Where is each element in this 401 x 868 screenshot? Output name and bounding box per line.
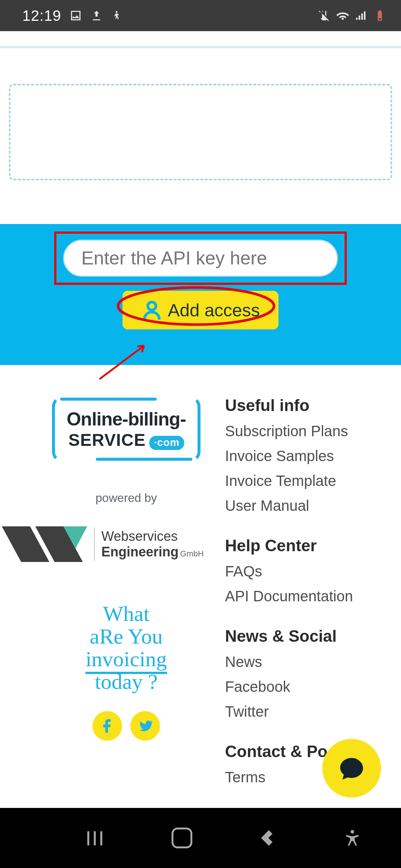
status-left: 12:19 — [22, 7, 122, 24]
running-icon — [111, 10, 122, 21]
system-nav-bar: III — [0, 808, 401, 868]
footer-right: Useful info Subscription Plans Invoice S… — [225, 396, 383, 786]
add-access-label: Add access — [168, 300, 260, 320]
link-invoice-template[interactable]: Invoice Template — [225, 473, 383, 489]
footer: Online-billing- SERVICE ·com powered by … — [0, 365, 401, 786]
status-right — [318, 9, 386, 22]
add-access-button[interactable]: Add access — [123, 291, 278, 329]
link-api-docs[interactable]: API Documentation — [225, 588, 383, 605]
tagline: What aRe You invoicing today ? — [85, 603, 167, 693]
divider — [94, 527, 95, 561]
link-subscription-plans[interactable]: Subscription Plans — [225, 423, 383, 440]
chat-fab[interactable] — [322, 739, 381, 798]
battery-low-icon — [374, 9, 386, 22]
page-content: Add access Online-billing- SERVICE ·com … — [0, 46, 401, 786]
image-icon — [69, 9, 82, 22]
footer-left: Online-billing- SERVICE ·com powered by … — [41, 396, 212, 786]
svg-point-0 — [116, 11, 118, 13]
nav-accessibility-button[interactable] — [343, 829, 362, 847]
social-links — [92, 711, 160, 741]
news-social-heading: News & Social — [225, 627, 383, 645]
link-invoice-samples[interactable]: Invoice Samples — [225, 448, 383, 464]
upload-icon — [90, 9, 103, 22]
add-access-wrap: Add access — [123, 291, 278, 329]
signal-icon — [355, 9, 368, 22]
api-input-highlight — [54, 231, 347, 285]
divider — [0, 46, 401, 48]
twitter-button[interactable] — [130, 711, 160, 741]
nav-back-button[interactable] — [259, 829, 277, 847]
we-mark-icon — [2, 526, 87, 562]
link-twitter[interactable]: Twitter — [225, 703, 383, 720]
chevron-left-icon — [259, 829, 277, 847]
link-facebook[interactable]: Facebook — [225, 678, 383, 695]
webservices-logo[interactable]: Webservices EngineeringGmbH — [2, 526, 210, 562]
powered-by-label: powered by — [95, 491, 157, 505]
api-access-panel: Add access — [0, 224, 401, 365]
help-center-heading: Help Center — [225, 536, 383, 555]
status-time: 12:19 — [22, 7, 61, 24]
accessibility-icon — [343, 829, 362, 847]
chat-icon — [338, 754, 365, 782]
link-user-manual[interactable]: User Manual — [225, 497, 383, 514]
we-text: Webservices EngineeringGmbH — [101, 529, 204, 560]
svg-point-1 — [148, 302, 156, 310]
svg-point-7 — [351, 830, 354, 834]
logo-text-2: SERVICE ·com — [68, 430, 184, 450]
wifi-icon — [336, 9, 349, 22]
api-key-input[interactable] — [63, 240, 338, 277]
facebook-icon — [99, 718, 115, 734]
logo-text-1: Online-billing- — [66, 408, 186, 430]
nav-home-button[interactable] — [172, 828, 192, 848]
user-icon — [141, 299, 163, 321]
link-faqs[interactable]: FAQs — [225, 563, 383, 580]
vibrate-icon — [318, 9, 330, 22]
link-news[interactable]: News — [225, 654, 383, 670]
dropzone[interactable] — [9, 84, 392, 180]
brand-logo[interactable]: Online-billing- SERVICE ·com — [52, 396, 200, 462]
nav-recents-button[interactable]: III — [85, 826, 105, 850]
status-bar: 12:19 — [0, 0, 401, 31]
useful-info-heading: Useful info — [225, 396, 383, 415]
twitter-icon — [137, 718, 153, 734]
facebook-button[interactable] — [92, 711, 122, 741]
